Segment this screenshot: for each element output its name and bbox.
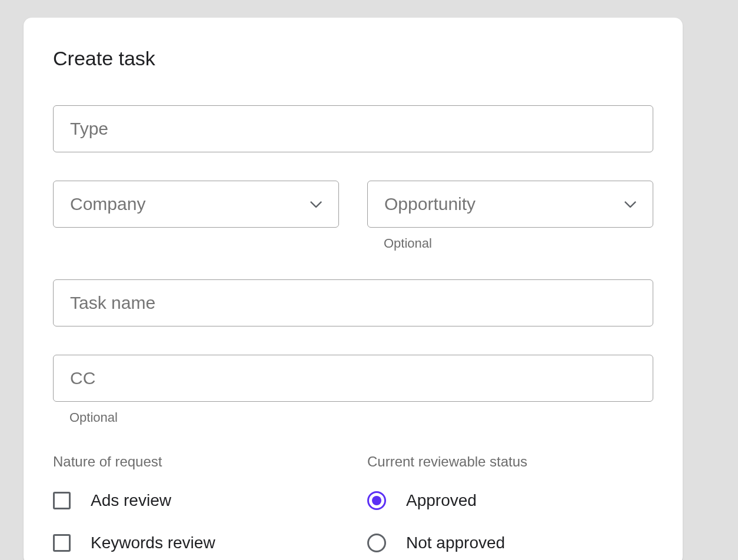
opportunity-label: Opportunity (384, 194, 624, 214)
radio-icon (367, 491, 386, 510)
cc-input[interactable]: CC (53, 355, 653, 402)
checkbox-icon (53, 492, 71, 509)
chevron-down-icon (310, 201, 322, 208)
option-label: Not approved (406, 534, 505, 552)
checkbox-keywords-review[interactable]: Keywords review (53, 534, 339, 552)
opportunity-field: Opportunity Optional (367, 181, 653, 251)
nature-of-request-group: Nature of request Ads review Keywords re… (53, 454, 339, 560)
option-label: Keywords review (91, 534, 215, 552)
chevron-down-icon (624, 201, 636, 208)
option-label: Approved (406, 491, 477, 510)
radio-approved[interactable]: Approved (367, 491, 653, 510)
opportunity-helper: Optional (384, 236, 653, 251)
card-title: Create task (53, 47, 653, 70)
reviewable-status-label: Current reviewable status (367, 454, 653, 470)
type-label: Type (70, 119, 636, 139)
checkbox-icon (53, 534, 71, 552)
reviewable-status-group: Current reviewable status Approved Not a… (367, 454, 653, 560)
radio-not-approved[interactable]: Not approved (367, 534, 653, 552)
checkbox-ads-review[interactable]: Ads review (53, 491, 339, 510)
company-label: Company (70, 194, 310, 214)
task-name-label: Task name (70, 293, 636, 313)
company-field: Company (53, 181, 339, 251)
cc-helper: Optional (69, 410, 653, 425)
opportunity-select[interactable]: Opportunity (367, 181, 653, 228)
type-field: Type (53, 105, 653, 152)
create-task-card: Create task Type Company Opportunity (24, 18, 683, 560)
task-name-input[interactable]: Task name (53, 279, 653, 326)
option-label: Ads review (91, 491, 171, 510)
task-name-field: Task name (53, 279, 653, 326)
nature-of-request-label: Nature of request (53, 454, 339, 470)
type-input[interactable]: Type (53, 105, 653, 152)
company-select[interactable]: Company (53, 181, 339, 228)
cc-label: CC (70, 368, 636, 388)
cc-field: CC Optional (53, 355, 653, 425)
radio-icon (367, 534, 386, 552)
